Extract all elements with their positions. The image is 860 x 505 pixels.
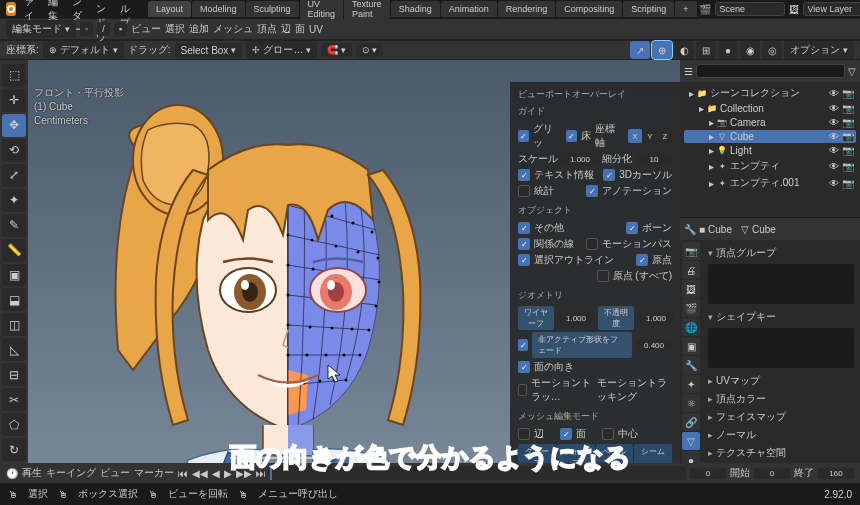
chk-mtrack[interactable] — [518, 384, 527, 396]
snap-dropdown[interactable]: 🧲 ▾ — [321, 43, 352, 57]
chk-grid[interactable]: ✓ — [518, 130, 529, 142]
tl-play-rev[interactable]: ◀ — [212, 468, 220, 479]
ptab-modifier[interactable]: 🔧 — [682, 356, 700, 374]
subdiv-value[interactable]: 10 — [636, 154, 672, 165]
normals-header[interactable]: ▸ ノーマル — [708, 426, 854, 444]
orientation-dropdown[interactable]: ⊕ デフォルト ▾ — [43, 41, 124, 59]
tab-sculpting[interactable]: Sculpting — [246, 1, 299, 17]
viewport-3d[interactable]: フロント・平行投影(1) CubeCentimeters — [28, 60, 680, 490]
tab-texture[interactable]: Texture Paint — [344, 0, 390, 22]
axis-y[interactable]: Y — [643, 129, 657, 143]
tab-add[interactable]: + — [675, 1, 696, 17]
chk-stats[interactable] — [518, 185, 530, 197]
header-uv[interactable]: UV — [309, 24, 323, 35]
tool-poly[interactable]: ⬠ — [2, 413, 26, 436]
scene-input[interactable] — [715, 2, 785, 16]
chk-origin-all[interactable] — [597, 270, 609, 282]
shading-rendered-icon[interactable]: ◎ — [762, 41, 782, 59]
xray-icon[interactable]: ◐ — [674, 41, 694, 59]
tool-annotate[interactable]: ✎ — [2, 214, 26, 237]
tab-animation[interactable]: Animation — [441, 1, 497, 17]
shading-matpreview-icon[interactable]: ◉ — [740, 41, 760, 59]
tl-jump-start[interactable]: ⏮ — [178, 468, 188, 479]
scale-value[interactable]: 1.000 — [562, 154, 598, 165]
shapekey-header[interactable]: ▾ シェイプキー — [708, 308, 854, 326]
tl-end[interactable]: 160 — [818, 468, 854, 479]
ptab-output[interactable]: 🖨 — [682, 261, 700, 279]
tl-play[interactable]: 再生 — [22, 466, 42, 480]
tree-item[interactable]: ▸💡Light👁 📷 — [684, 144, 856, 157]
ptab-view[interactable]: 🖼 — [682, 280, 700, 298]
chk-motion[interactable] — [586, 238, 598, 250]
tree-item[interactable]: ▸📷Camera👁 📷 — [684, 116, 856, 129]
tool-spin[interactable]: ↻ — [2, 438, 26, 461]
ptab-particle[interactable]: ✦ — [682, 375, 700, 393]
chk-edge[interactable] — [518, 428, 530, 440]
tab-uv[interactable]: UV Editing — [300, 0, 344, 22]
chk-cursor[interactable]: ✓ — [603, 169, 615, 181]
header-face[interactable]: 面 — [295, 22, 305, 36]
tree-item[interactable]: ▸📁Collection👁 📷 — [684, 102, 856, 115]
gizmo-icon[interactable]: ↗ — [630, 41, 650, 59]
tool-measure[interactable]: 📏 — [2, 239, 26, 262]
tool-scale[interactable]: ⤢ — [2, 164, 26, 187]
tool-rotate[interactable]: ⟲ — [2, 139, 26, 162]
chk-face[interactable]: ✓ — [560, 428, 572, 440]
tab-shading[interactable]: Shading — [391, 1, 440, 17]
face-mode[interactable]: ▪ — [114, 22, 127, 36]
chk-extras[interactable]: ✓ — [518, 222, 530, 234]
chk-outline[interactable]: ✓ — [518, 254, 530, 266]
vert-mode[interactable]: ◦ — [80, 22, 93, 36]
tree-item[interactable]: ▸▽Cube👁 📷 — [684, 130, 856, 143]
tool-add-cube[interactable]: ▣ — [2, 264, 26, 287]
chk-text[interactable]: ✓ — [518, 169, 530, 181]
drag-dropdown[interactable]: Select Box ▾ — [175, 43, 243, 58]
chk-floor[interactable]: ✓ — [566, 130, 577, 142]
tl-prev-key[interactable]: ◀◀ — [192, 468, 208, 479]
header-mesh[interactable]: メッシュ — [213, 22, 253, 36]
tool-loopcut[interactable]: ⊟ — [2, 363, 26, 386]
edge-mode[interactable]: / — [97, 22, 110, 36]
axis-x[interactable]: X — [628, 129, 642, 143]
chk-face-orient[interactable]: ✓ — [518, 361, 530, 373]
texspace-header[interactable]: ▸ テクスチャ空間 — [708, 444, 854, 462]
options-dropdown[interactable]: オプション ▾ — [784, 41, 854, 59]
tl-view[interactable]: ビュー — [100, 466, 130, 480]
tl-marker[interactable]: マーカー — [134, 466, 174, 480]
tab-scripting[interactable]: Scripting — [623, 1, 674, 17]
ptab-render[interactable]: 📷 — [682, 242, 700, 260]
tl-start[interactable]: 0 — [754, 468, 790, 479]
pivot-dropdown[interactable]: ✢ グロー… ▾ — [246, 41, 317, 59]
filter-icon[interactable]: ▽ — [848, 66, 856, 77]
tool-knife[interactable]: ✂ — [2, 388, 26, 411]
wire-label[interactable]: ワイヤーフ — [518, 306, 554, 330]
tool-inset[interactable]: ◫ — [2, 313, 26, 336]
tool-select[interactable]: ⬚ — [2, 64, 26, 87]
ptab-data[interactable]: ▽ — [682, 432, 700, 450]
tool-move[interactable]: ✥ — [2, 114, 26, 137]
vcolor-header[interactable]: ▸ 頂点カラー — [708, 390, 854, 408]
tool-extrude[interactable]: ⬓ — [2, 288, 26, 311]
tool-cursor[interactable]: ✛ — [2, 89, 26, 112]
tab-rendering[interactable]: Rendering — [498, 1, 556, 17]
shading-solid-icon[interactable]: ● — [718, 41, 738, 59]
ptab-scene[interactable]: 🎬 — [682, 299, 700, 317]
header-select[interactable]: 選択 — [165, 22, 185, 36]
tool-bevel[interactable]: ◺ — [2, 338, 26, 361]
vgroup-header[interactable]: ▾ 頂点グループ — [708, 244, 854, 262]
tl-current[interactable]: 0 — [690, 468, 726, 479]
ptab-constraint[interactable]: 🔗 — [682, 413, 700, 431]
tab-compositing[interactable]: Compositing — [556, 1, 622, 17]
tool-transform[interactable]: ✦ — [2, 189, 26, 212]
tree-item[interactable]: ▸✦エンプティ.001👁 📷 — [684, 175, 856, 191]
header-add[interactable]: 追加 — [189, 22, 209, 36]
uvmap-header[interactable]: ▸ UVマップ — [708, 372, 854, 390]
axis-z[interactable]: Z — [658, 129, 672, 143]
chk-rel[interactable]: ✓ — [518, 238, 530, 250]
chk-center[interactable] — [602, 428, 614, 440]
ptab-physics[interactable]: ⚛ — [682, 394, 700, 412]
tl-keying[interactable]: キーイング — [46, 466, 96, 480]
prop-edit-dropdown[interactable]: ⊙ ▾ — [356, 43, 384, 57]
tree-item[interactable]: ▸✦エンプティ👁 📷 — [684, 158, 856, 174]
header-vert[interactable]: 頂点 — [257, 22, 277, 36]
